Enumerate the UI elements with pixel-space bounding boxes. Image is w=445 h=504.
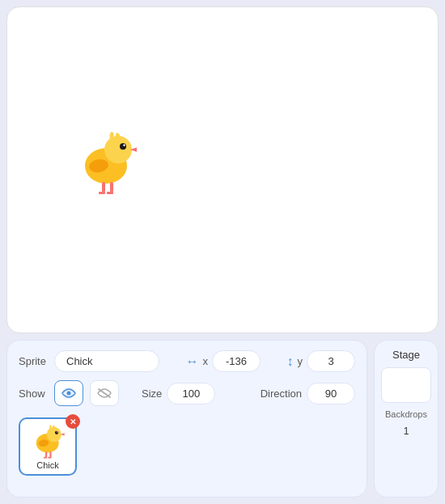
sprite-name-row: Sprite ↔ x ↕ y (19, 350, 355, 372)
direction-input[interactable] (307, 383, 355, 404)
svg-rect-20 (45, 451, 47, 457)
stage-panel-title: Stage (392, 349, 420, 361)
sprite-panel: Sprite ↔ x ↕ y Show (6, 340, 367, 498)
sprite-name-input[interactable] (54, 350, 159, 372)
x-coord-group: ↔ x (186, 350, 261, 372)
backdrops-count: 1 (404, 426, 409, 437)
show-label: Show (19, 388, 48, 400)
x-label: x (203, 355, 209, 367)
sprites-list: ✕ (19, 417, 355, 476)
svg-point-17 (57, 431, 57, 432)
y-label: y (298, 355, 303, 367)
sprite-delete-button[interactable]: ✕ (66, 414, 80, 429)
show-size-direction-row: Show Size (19, 380, 355, 406)
y-axis-icon: ↕ (287, 354, 294, 369)
stage-thumbnail[interactable] (381, 367, 431, 403)
x-input[interactable] (212, 350, 261, 372)
svg-point-16 (55, 431, 58, 434)
x-axis-icon: ↔ (186, 354, 199, 369)
y-coord-group: ↕ y (287, 350, 356, 372)
svg-rect-8 (110, 182, 113, 193)
show-hidden-button[interactable] (90, 380, 119, 406)
svg-rect-7 (99, 192, 105, 194)
size-group: Size (142, 383, 215, 404)
svg-rect-9 (107, 192, 113, 194)
size-label: Size (142, 388, 162, 400)
y-input[interactable] (307, 350, 355, 372)
svg-rect-22 (49, 451, 51, 457)
sprite-label: Sprite (19, 355, 48, 367)
sprite-thumbnail-label: Chick (36, 460, 59, 470)
svg-rect-6 (102, 182, 105, 193)
main-container: Sprite ↔ x ↕ y Show (0, 0, 445, 504)
show-visible-button[interactable] (54, 380, 83, 406)
chick-sprite-thumbnail[interactable]: ✕ (19, 417, 77, 476)
sprite-thumbnail-image (30, 423, 66, 459)
delete-icon: ✕ (70, 417, 76, 426)
direction-group: Direction (261, 383, 355, 404)
svg-rect-23 (48, 457, 51, 459)
chick-sprite-on-stage (76, 129, 137, 198)
svg-rect-21 (44, 457, 47, 459)
direction-label: Direction (261, 388, 302, 400)
bottom-panel: Sprite ↔ x ↕ y Show (6, 340, 439, 498)
svg-point-3 (123, 144, 125, 146)
stage-canvas (6, 6, 439, 333)
svg-point-13 (67, 392, 71, 396)
size-input[interactable] (167, 383, 215, 404)
stage-side-panel: Stage Backdrops 1 (374, 340, 439, 498)
svg-point-2 (120, 143, 126, 150)
backdrops-label: Backdrops (385, 409, 427, 419)
